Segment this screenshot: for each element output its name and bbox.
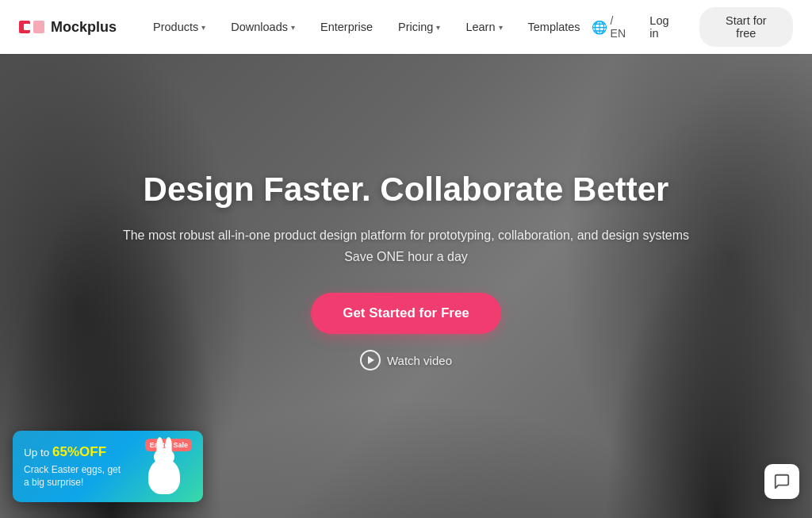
svg-rect-2	[24, 24, 30, 30]
promo-line1: Crack Easter eggs, get	[24, 464, 121, 475]
lang-text: / EN	[611, 14, 631, 40]
play-triangle	[368, 356, 374, 364]
promo-bunny-illustration: Easter Sale	[136, 439, 192, 494]
promo-discount-text: Up to 65%OFF	[24, 443, 128, 461]
start-free-button[interactable]: Start for free	[699, 7, 793, 47]
promo-text: Up to 65%OFF Crack Easter eggs, get a bi…	[24, 443, 128, 489]
bunny-body	[148, 459, 180, 494]
downloads-chevron-icon: ▾	[291, 23, 295, 32]
promo-banner[interactable]: Up to 65%OFF Crack Easter eggs, get a bi…	[13, 431, 203, 502]
nav-enterprise[interactable]: Enterprise	[309, 14, 384, 40]
play-icon	[360, 350, 381, 370]
nav-templates[interactable]: Templates	[517, 14, 592, 40]
promo-line2: a big surprise!	[24, 477, 83, 488]
nav-downloads-label: Downloads	[231, 21, 288, 33]
nav-learn-label: Learn	[465, 21, 495, 33]
logo[interactable]: Mockplus	[19, 17, 117, 36]
learn-chevron-icon: ▾	[499, 23, 503, 32]
nav-products[interactable]: Products ▾	[142, 14, 216, 40]
logo-text: Mockplus	[51, 19, 117, 36]
mockplus-logo-icon	[19, 17, 44, 36]
nav-downloads[interactable]: Downloads ▾	[220, 14, 306, 40]
login-button[interactable]: Log in	[640, 10, 689, 44]
promo-discount-value: 65%OFF	[52, 444, 106, 459]
globe-icon: 🌐	[592, 20, 607, 35]
promo-description: Crack Easter eggs, get a big surprise!	[24, 464, 128, 489]
svg-rect-1	[33, 21, 44, 33]
nav-right: 🌐 / EN Log in Start for free	[592, 7, 793, 47]
hero-title: Design Faster. Collaborate Better	[144, 170, 669, 209]
promo-prefix: Up to	[24, 447, 49, 459]
nav-learn[interactable]: Learn ▾	[454, 14, 513, 40]
nav-pricing-label: Pricing	[398, 21, 433, 33]
chat-widget[interactable]	[764, 464, 799, 499]
watch-video-link[interactable]: Watch video	[360, 350, 452, 370]
nav-templates-label: Templates	[528, 21, 580, 33]
chat-bubble-icon	[773, 473, 791, 490]
pricing-chevron-icon: ▾	[436, 23, 440, 32]
hero-subtitle: The most robust all-in-one product desig…	[123, 225, 689, 246]
nav-enterprise-label: Enterprise	[320, 21, 373, 33]
nav-products-label: Products	[153, 21, 198, 33]
products-chevron-icon: ▾	[201, 23, 205, 32]
hero-save-text: Save ONE hour a day	[344, 250, 468, 264]
language-switcher[interactable]: 🌐 / EN	[592, 14, 631, 40]
nav-links: Products ▾ Downloads ▾ Enterprise Pricin…	[142, 14, 592, 40]
get-started-button[interactable]: Get Started for Free	[311, 293, 501, 334]
navbar: Mockplus Products ▾ Downloads ▾ Enterpri…	[0, 0, 812, 54]
nav-pricing[interactable]: Pricing ▾	[387, 14, 451, 40]
watch-video-label: Watch video	[387, 354, 452, 367]
